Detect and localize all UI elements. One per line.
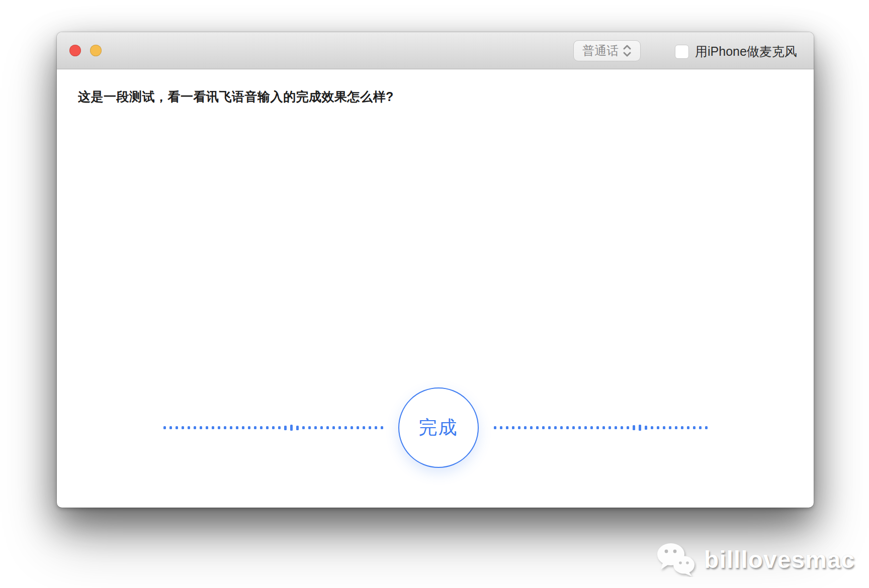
- iphone-mic-checkbox-label: 用iPhone做麦克风: [695, 43, 797, 60]
- chevron-up-down-icon: [623, 44, 632, 57]
- watermark-text: billlovesmac: [704, 546, 855, 573]
- titlebar: 普通话 用iPhone做麦克风: [57, 32, 814, 69]
- iphone-mic-checkbox-group: 用iPhone做麦克风: [675, 43, 797, 60]
- traffic-lights: [69, 45, 102, 56]
- done-button-label: 完成: [419, 415, 458, 440]
- language-dropdown-value: 普通话: [582, 43, 619, 59]
- watermark: billlovesmac: [656, 542, 855, 577]
- waveform-dots-left: [163, 425, 383, 431]
- app-window: 普通话 用iPhone做麦克风 这是一段测试，看一看讯飞语音输入的完成效果怎么样…: [57, 32, 814, 508]
- waveform-dots-right: [494, 425, 708, 431]
- language-dropdown[interactable]: 普通话: [573, 40, 641, 61]
- iphone-mic-checkbox[interactable]: [675, 45, 689, 59]
- wechat-icon: [656, 542, 697, 577]
- close-button[interactable]: [69, 45, 81, 56]
- minimize-button[interactable]: [90, 45, 102, 56]
- done-button[interactable]: 完成: [398, 387, 479, 468]
- transcript-text: 这是一段测试，看一看讯飞语音输入的完成效果怎么样?: [78, 88, 784, 105]
- mic-row: 完成: [57, 387, 814, 468]
